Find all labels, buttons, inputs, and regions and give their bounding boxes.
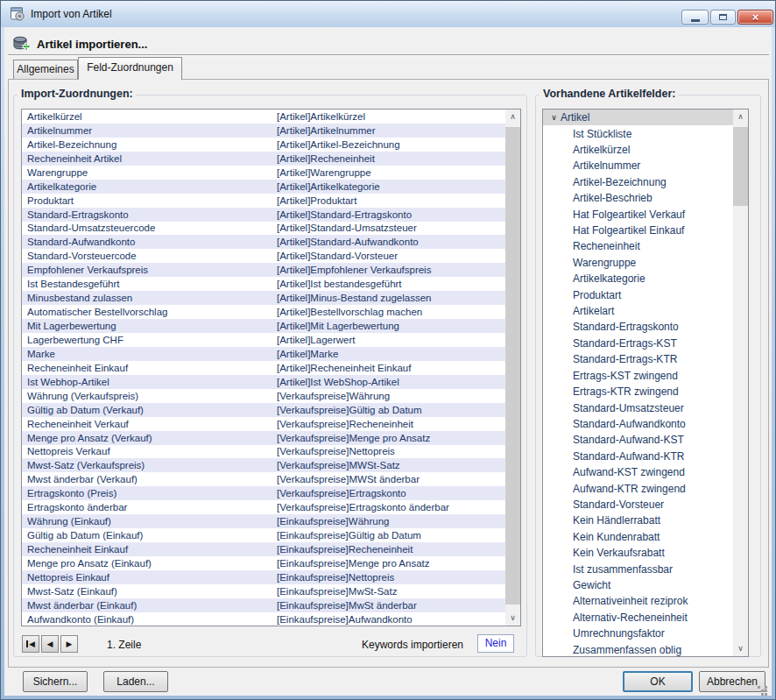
mapping-row[interactable]: Gültig ab Datum (Verkauf)[Verkaufspreise…: [22, 403, 505, 417]
mapping-row[interactable]: Aufwandkonto (Einkauf)[Einkaufspreise]Au…: [22, 612, 505, 626]
tree-item[interactable]: Zusammenfassen oblig: [543, 641, 733, 657]
mapping-row[interactable]: Standard-Ertragskonto[Artikel]Standard-E…: [22, 208, 505, 222]
tree-item[interactable]: Warengruppe: [543, 255, 733, 271]
tree-item[interactable]: Ist Stückliste: [543, 125, 733, 141]
resize-grip-icon[interactable]: [758, 686, 760, 689]
mapping-row[interactable]: Mit Lagerbewertung[Artikel]Mit Lagerbewe…: [22, 319, 505, 333]
mapping-row[interactable]: Minusbestand zulassen[Artikel]Minus-Best…: [22, 291, 505, 305]
tree-item[interactable]: Umrechnungsfaktor: [543, 626, 733, 641]
mapping-row[interactable]: Währung (Verkaufspreis)[Verkaufspreise]W…: [22, 389, 505, 403]
tree-item[interactable]: Artikelnummer: [543, 158, 733, 173]
mapping-row[interactable]: Mwst änderbar (Verkauf)[Verkaufspreise]M…: [22, 472, 505, 486]
mapping-row[interactable]: Nettopreis Verkauf[Verkaufspreise]Nettop…: [22, 445, 505, 459]
tree-item[interactable]: Hat Folgeartikel Einkauf: [543, 223, 733, 238]
scrollbar-thumb[interactable]: [505, 127, 520, 605]
tree-item[interactable]: Artikel-Bezeichnung: [543, 174, 733, 190]
title-bar[interactable]: Import von Artikel ×: [1, 1, 775, 27]
tree-item[interactable]: Artikelkategorie: [543, 271, 733, 286]
tab-feld-zuordnungen[interactable]: Feld-Zuordnungen: [78, 57, 182, 80]
save-button[interactable]: Sichern...: [23, 671, 88, 692]
mapping-row[interactable]: Mwst-Satz (Einkauf)[Einkaufspreise]MwSt-…: [22, 584, 505, 598]
keywords-import-toggle[interactable]: Nein: [477, 634, 514, 653]
mapping-row[interactable]: Produktart[Artikel]Produktart: [22, 194, 505, 208]
first-record-button[interactable]: ◀: [22, 635, 39, 653]
scroll-down-icon[interactable]: ∨: [505, 611, 520, 626]
scrollbar-thumb[interactable]: [733, 127, 748, 206]
tree-item[interactable]: Standard-Ertrags-KTR: [543, 351, 733, 367]
fields-tree-scrollbar[interactable]: ∧ ∨: [733, 110, 748, 656]
tree-item[interactable]: Ertrags-KST zwingend: [543, 368, 733, 384]
tree-item[interactable]: Ist zusammenfassbar: [543, 561, 733, 576]
tree-item[interactable]: Artikelkürzel: [543, 142, 733, 158]
mapping-row[interactable]: Ertragskonto (Preis)[Verkaufspreise]Ertr…: [22, 486, 505, 500]
chevron-down-icon[interactable]: ∨: [547, 113, 561, 122]
mapping-row[interactable]: Recheneinheit Einkauf[Einkaufspreise]Rec…: [22, 542, 505, 556]
mapping-row[interactable]: Nettopreis Einkauf[Einkaufspreise]Nettop…: [22, 570, 505, 584]
mapping-row[interactable]: Artikelnummer[Artikel]Artikelnummer: [22, 124, 505, 138]
mapping-row[interactable]: Artikelkürzel[Artikel]Artikelkürzel: [22, 110, 505, 124]
mapping-target-cell: [Artikel]Artikelnummer: [277, 125, 505, 136]
mapping-row[interactable]: Mwst-Satz (Verkaufspreis)[Verkaufspreise…: [22, 458, 505, 472]
tree-item[interactable]: Standard-Umsatzsteuer: [543, 399, 733, 415]
mapping-row[interactable]: Lagerbewertung CHF[Artikel]Lagerwert: [22, 333, 505, 347]
mapping-row[interactable]: Währung (Einkauf)[Einkaufspreise]Währung: [22, 514, 505, 528]
tree-item[interactable]: Standard-Aufwand-KST: [543, 432, 733, 448]
tree-item[interactable]: Alternativ-Recheneinheit: [543, 610, 733, 626]
mapping-list-scrollbar[interactable]: ∧ ∨: [505, 110, 520, 626]
tree-item[interactable]: Kein Händlerrabatt: [543, 513, 733, 528]
mapping-list[interactable]: Artikelkürzel[Artikel]ArtikelkürzelArtik…: [21, 109, 521, 626]
mapping-row[interactable]: Recheneinheit Verkauf[Verkaufspreise]Rec…: [22, 417, 505, 431]
mapping-row[interactable]: Menge pro Ansatz (Einkauf)[Einkaufspreis…: [22, 556, 505, 570]
tree-item[interactable]: Standard-Aufwandkonto: [543, 416, 733, 432]
mapping-row[interactable]: Ertragskonto änderbar[Verkaufspreise]Ert…: [22, 500, 505, 514]
scroll-up-icon[interactable]: ∧: [733, 110, 748, 124]
mapping-source-cell: Standard-Vorsteuercode: [27, 251, 277, 261]
mapping-row[interactable]: Artikelkategorie[Artikel]Artikelkategori…: [22, 180, 505, 194]
mapping-row[interactable]: Mwst änderbar (Einkauf)[Einkaufspreise]M…: [22, 598, 505, 612]
mapping-row[interactable]: Ist Webhop-Artikel[Artikel]Ist WebShop-A…: [22, 375, 505, 389]
tree-item[interactable]: Standard-Aufwand-KTR: [543, 449, 733, 464]
tree-item[interactable]: Kein Verkaufsrabatt: [543, 545, 733, 561]
mapping-row[interactable]: Gültig ab Datum (Einkauf)[Einkaufspreise…: [22, 528, 505, 542]
mapping-row[interactable]: Menge pro Ansatz (Verkauf)[Verkaufspreis…: [22, 431, 505, 445]
tree-item[interactable]: Recheneinheit: [543, 238, 733, 254]
mapping-row[interactable]: Recheneinheit Artikel[Artikel]Recheneinh…: [22, 152, 505, 166]
tree-item[interactable]: Hat Folgeartikel Verkauf: [543, 206, 733, 222]
mapping-row[interactable]: Recheneinheit Einkauf[Artikel]Recheneinh…: [22, 361, 505, 375]
cancel-button[interactable]: Abbrechen: [699, 671, 765, 692]
tree-item[interactable]: Kein Kundenrabatt: [543, 529, 733, 545]
tree-item[interactable]: Standard-Ertrags-KST: [543, 336, 733, 351]
tree-item[interactable]: Aufwand-KTR zwingend: [543, 480, 733, 496]
previous-record-button[interactable]: ◀: [41, 635, 59, 653]
load-button[interactable]: Laden...: [103, 671, 168, 692]
mapping-row[interactable]: Automatischer Bestellvorschlag[Artikel]B…: [22, 305, 505, 319]
mapping-row[interactable]: Empfohlener Verkaufspreis[Artikel]Empfoh…: [22, 263, 505, 277]
mapping-row[interactable]: Standard-Aufwandkonto[Artikel]Standard-A…: [22, 235, 505, 249]
mapping-row[interactable]: Standard-Vorsteuercode[Artikel]Standard-…: [22, 249, 505, 263]
maximize-button[interactable]: [710, 10, 736, 25]
tree-item[interactable]: Artikelart: [543, 303, 733, 319]
tree-item[interactable]: Ertrags-KTR zwingend: [543, 384, 733, 399]
minimize-button[interactable]: [681, 10, 709, 25]
fields-tree[interactable]: ∨ArtikelIst StücklisteArtikelkürzelArtik…: [542, 109, 749, 657]
tree-item[interactable]: Aufwand-KST zwingend: [543, 464, 733, 480]
next-record-button[interactable]: ▶: [60, 635, 78, 653]
tree-item[interactable]: Gewicht: [543, 577, 733, 593]
mapping-row[interactable]: Standard-Umsatzsteuercode[Artikel]Standa…: [22, 222, 505, 236]
tree-item[interactable]: Artikel-Beschrieb: [543, 190, 733, 206]
tree-item-artikel[interactable]: ∨Artikel: [543, 110, 733, 125]
close-button[interactable]: ×: [737, 10, 773, 25]
tree-item[interactable]: Standard-Vorsteuer: [543, 497, 733, 513]
tab-allgemeines[interactable]: Allgemeines: [13, 60, 78, 79]
mapping-row[interactable]: Marke[Artikel]Marke: [22, 347, 505, 361]
mapping-target-cell: [Verkaufspreise]Ertragskonto änderbar: [277, 502, 505, 513]
tree-item[interactable]: Standard-Ertragskonto: [543, 319, 733, 335]
tree-item[interactable]: Produktart: [543, 286, 733, 302]
mapping-row[interactable]: Ist Bestandesgeführt[Artikel]Ist bestand…: [22, 277, 505, 291]
scroll-up-icon[interactable]: ∧: [505, 110, 520, 124]
mapping-row[interactable]: Warengruppe[Artikel]Warengruppe: [22, 166, 505, 180]
tree-item[interactable]: Alternativeinheit reziprok: [543, 593, 733, 609]
mapping-row[interactable]: Artikel-Bezeichnung[Artikel]Artikel-Beze…: [22, 138, 505, 152]
ok-button[interactable]: OK: [623, 671, 693, 692]
scroll-down-icon[interactable]: ∨: [733, 641, 748, 656]
